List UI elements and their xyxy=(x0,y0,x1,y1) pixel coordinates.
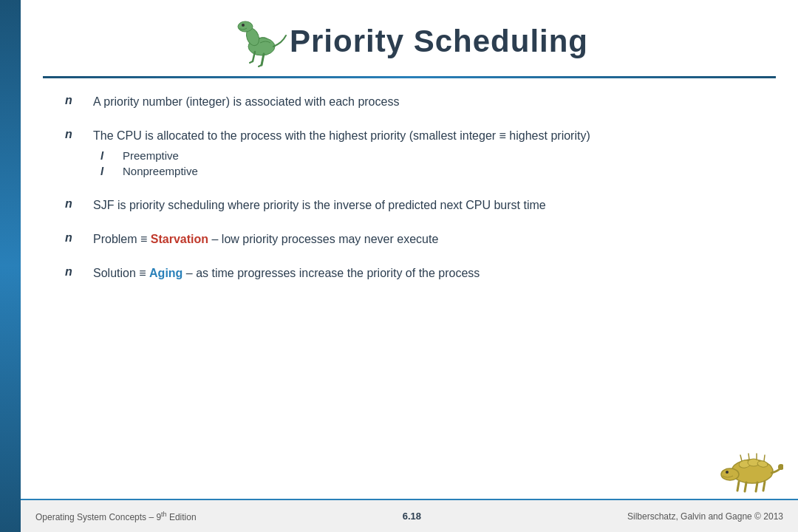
bullet-text-5: Solution ≡ Aging – as time progresses in… xyxy=(93,265,480,282)
bullet-text-4: Problem ≡ Starvation – low priority proc… xyxy=(93,231,438,248)
sidebar-accent xyxy=(0,0,21,532)
footer-right-text: Silberschatz, Galvin and Gagne © 2013 xyxy=(627,511,783,522)
sub-bullets-2: l Preemptive l Nonpreemptive xyxy=(93,149,590,177)
svg-line-15 xyxy=(745,482,746,491)
svg-point-12 xyxy=(721,468,739,480)
footer-center-text: 6.18 xyxy=(403,511,421,522)
footer-left-text: Operating System Concepts – 9th Edition xyxy=(35,511,197,522)
bullet-text-1: A priority number (integer) is associate… xyxy=(93,93,399,111)
bullet-marker-1: n xyxy=(65,93,87,107)
bullet-item-2: n The CPU is allocated to the process wi… xyxy=(65,127,754,180)
page-title: Priority Scheduling xyxy=(290,24,588,59)
svg-point-2 xyxy=(238,21,253,32)
bullet-item-4: n Problem ≡ Starvation – low priority pr… xyxy=(65,231,754,248)
bullet-item-3: n SJF is priority scheduling where prior… xyxy=(65,197,754,214)
content-area: n A priority number (integer) is associa… xyxy=(21,78,798,306)
aging-highlight: Aging xyxy=(149,267,183,279)
dino-right-icon xyxy=(717,443,783,495)
starvation-highlight: Starvation xyxy=(151,233,208,245)
main-content: Priority Scheduling n A priority number … xyxy=(21,0,798,532)
footer: Operating System Concepts – 9th Edition … xyxy=(21,499,798,532)
svg-line-17 xyxy=(763,482,765,491)
svg-point-3 xyxy=(242,24,245,27)
bullet-content-2: The CPU is allocated to the process with… xyxy=(93,127,590,180)
svg-line-14 xyxy=(737,482,739,491)
svg-line-16 xyxy=(756,482,757,491)
sub-bullet-marker-2-2: l xyxy=(100,165,118,177)
bullet-marker-4: n xyxy=(65,231,87,245)
sub-bullet-text-2-1: Preemptive xyxy=(123,149,179,162)
svg-line-7 xyxy=(250,61,253,63)
sub-bullet-2-1: l Preemptive xyxy=(93,149,590,162)
header: Priority Scheduling xyxy=(21,0,798,76)
sub-bullet-marker-2-1: l xyxy=(100,149,118,162)
sub-bullet-2-2: l Nonpreemptive xyxy=(93,165,590,177)
svg-line-5 xyxy=(259,65,262,66)
bullet-item-5: n Solution ≡ Aging – as time progresses … xyxy=(65,265,754,282)
bullet-item-1: n A priority number (integer) is associa… xyxy=(65,93,754,111)
bullet-marker-3: n xyxy=(65,197,87,211)
bullet-text-2: The CPU is allocated to the process with… xyxy=(93,129,590,142)
sub-bullet-text-2-2: Nonpreemptive xyxy=(123,165,198,177)
bullet-marker-5: n xyxy=(65,265,87,279)
svg-point-13 xyxy=(726,471,729,474)
dino-left-icon xyxy=(231,13,290,69)
bullet-marker-2: n xyxy=(65,127,87,141)
bullet-text-3: SJF is priority scheduling where priorit… xyxy=(93,197,546,214)
